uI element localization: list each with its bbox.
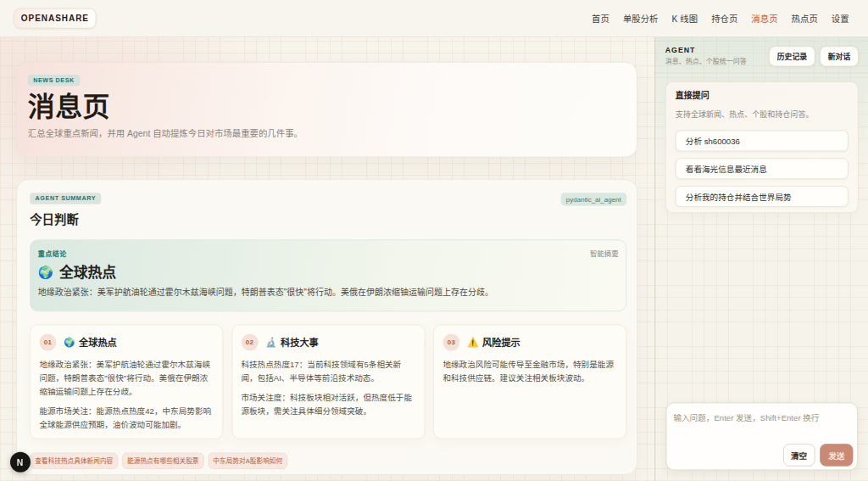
composer-input[interactable] bbox=[673, 410, 854, 444]
agent-tag-badge: pydantic_ai_agent bbox=[560, 193, 626, 205]
globe-icon: 🌍 bbox=[38, 266, 53, 278]
section-heading: 今日判断 bbox=[30, 214, 626, 226]
nav-item-settings[interactable]: 设置 bbox=[832, 12, 849, 25]
ask-card: 直接提问 支持全球新闻、热点、个股和持仓问答。 分析 sh600036 看看海光… bbox=[665, 81, 859, 213]
ask-card-description: 支持全球新闻、热点、个股和持仓问答。 bbox=[676, 110, 849, 118]
insight-card-title: 科技大事 bbox=[281, 335, 319, 349]
card-paragraph: 地缘政治紧张：美军护航油轮通过霍尔木兹海峡问题，特朗普表态"很快"将行动。美俄在… bbox=[39, 357, 214, 398]
insight-card-header: 02 🔬 科技大事 bbox=[241, 333, 415, 350]
follow-up-pill[interactable]: 中东局势对A股影响如何 bbox=[208, 453, 287, 469]
brand-logo[interactable]: OPENASHARE bbox=[14, 8, 97, 29]
composer: 清空 发送 bbox=[666, 403, 858, 471]
agent-summary-card: AGENT SUMMARY pydantic_ai_agent 今日判断 重点结… bbox=[16, 179, 637, 474]
nav-item-stock-analysis[interactable]: 单股分析 bbox=[623, 12, 659, 25]
agent-panel-heading: AGENT 消息、热点、个股统一问答 bbox=[665, 44, 747, 65]
highlight-meta: 智能摘要 bbox=[590, 250, 619, 257]
insight-card-body: 地缘政治紧张：美军护航油轮通过霍尔木兹海峡问题，特朗普表态"很快"将行动。美俄在… bbox=[39, 357, 214, 431]
agent-panel-subtitle: 消息、热点、个股统一问答 bbox=[665, 59, 747, 65]
insight-card-tech: 02 🔬 科技大事 科技热点热度17：当前科技领域有5条相关新闻，包括AI、半导… bbox=[231, 325, 425, 439]
page-layout: NEWS DESK 消息页 汇总全球重点新闻，并用 Agent 自动提炼今日对市… bbox=[0, 37, 868, 481]
nav-item-kline[interactable]: K 线图 bbox=[672, 12, 698, 25]
send-button[interactable]: 发送 bbox=[820, 444, 853, 466]
ask-card-title: 直接提问 bbox=[676, 92, 849, 100]
highlight-title-row: 🌍 全球热点 bbox=[38, 266, 619, 280]
card-number-badge: 01 bbox=[39, 333, 56, 350]
agent-summary-header: AGENT SUMMARY pydantic_ai_agent bbox=[30, 193, 626, 205]
news-desk-badge: NEWS DESK bbox=[28, 75, 80, 87]
insight-card-header: 03 ⚠️ 风险提示 bbox=[442, 333, 617, 350]
agent-panel-actions: 历史记录 新对话 bbox=[769, 46, 859, 66]
ask-suggestion-button[interactable]: 看看海光信息最近消息 bbox=[676, 158, 849, 179]
agent-panel-title: AGENT bbox=[665, 46, 747, 53]
nav-item-positions[interactable]: 持仓页 bbox=[711, 12, 737, 25]
agent-summary-badge: AGENT SUMMARY bbox=[30, 193, 101, 204]
follow-up-pills-row: 查看科技热点具体新闻内容 能源热点有哪些相关股票 中东局势对A股影响如何 bbox=[30, 453, 626, 469]
insight-card-title: 风险提示 bbox=[482, 335, 520, 349]
nav-item-home[interactable]: 首页 bbox=[592, 12, 609, 25]
insight-card-body: 地缘政治风险可能传导至金融市场，特别是能源和科技供应链。建议关注相关板块波动。 bbox=[442, 357, 617, 384]
card-paragraph: 市场关注度：科技板块相对活跃，但热度低于能源板块，需关注具体细分领域突破。 bbox=[241, 391, 415, 418]
highlight-body: 地缘政治紧张：美军护航油轮通过霍尔木兹海峡问题，特朗普表态"很快"将行动。美俄在… bbox=[38, 288, 619, 298]
ask-suggestion-button[interactable]: 分析 sh600036 bbox=[676, 130, 849, 151]
nav-item-news[interactable]: 消息页 bbox=[751, 12, 777, 25]
top-bar: OPENASHARE 首页 单股分析 K 线图 持仓页 消息页 热点页 设置 bbox=[0, 0, 868, 37]
insight-card-title-row: ⚠️ 风险提示 bbox=[467, 335, 520, 349]
history-button[interactable]: 历史记录 bbox=[769, 46, 815, 66]
composer-actions: 清空 发送 bbox=[673, 444, 854, 466]
news-hero-card: NEWS DESK 消息页 汇总全球重点新闻，并用 Agent 自动提炼今日对市… bbox=[16, 62, 637, 158]
nav-item-hotspots[interactable]: 热点页 bbox=[792, 12, 818, 25]
card-paragraph: 地缘政治风险可能传导至金融市场，特别是能源和科技供应链。建议关注相关板块波动。 bbox=[442, 357, 617, 384]
insight-card-risk: 03 ⚠️ 风险提示 地缘政治风险可能传导至金融市场，特别是能源和科技供应链。建… bbox=[433, 325, 626, 439]
app-root: OPENASHARE 首页 单股分析 K 线图 持仓页 消息页 热点页 设置 N… bbox=[0, 0, 868, 481]
nextjs-dev-button[interactable]: N bbox=[10, 452, 31, 473]
highlight-panel: 重点结论 智能摘要 🌍 全球热点 地缘政治紧张：美军护航油轮通过霍尔木兹海峡问题… bbox=[30, 240, 626, 312]
insight-card-body: 科技热点热度17：当前科技领域有5条相关新闻，包括AI、半导体等前沿技术动态。 … bbox=[241, 357, 415, 417]
card-number-badge: 02 bbox=[241, 333, 258, 350]
highlight-title: 全球热点 bbox=[59, 266, 116, 280]
ask-suggestion-button[interactable]: 分析我的持仓并结合世界局势 bbox=[676, 186, 849, 207]
main-content: NEWS DESK 消息页 汇总全球重点新闻，并用 Agent 自动提炼今日对市… bbox=[0, 37, 654, 481]
follow-up-pill[interactable]: 查看科技热点具体新闻内容 bbox=[30, 453, 118, 469]
warning-icon: ⚠️ bbox=[467, 338, 478, 346]
card-paragraph: 能源市场关注：能源热点热度42，中东局势影响全球能源供应预期，油价波动可能加剧。 bbox=[39, 405, 214, 432]
card-paragraph: 科技热点热度17：当前科技领域有5条相关新闻，包括AI、半导体等前沿技术动态。 bbox=[241, 357, 415, 384]
insight-card-header: 01 🌍 全球热点 bbox=[39, 333, 214, 350]
new-chat-button[interactable]: 新对话 bbox=[820, 46, 859, 66]
page-title: 消息页 bbox=[28, 92, 626, 120]
microscope-icon: 🔬 bbox=[265, 338, 276, 346]
agent-panel: AGENT 消息、热点、个股统一问答 历史记录 新对话 直接提问 支持全球新闻、… bbox=[654, 37, 868, 481]
insight-card-title-row: 🌍 全球热点 bbox=[64, 335, 117, 349]
highlight-label: 重点结论 bbox=[38, 250, 67, 257]
page-subtitle: 汇总全球重点新闻，并用 Agent 自动提炼今日对市场最重要的几件事。 bbox=[28, 129, 626, 137]
insight-cards-row: 01 🌍 全球热点 地缘政治紧张：美军护航油轮通过霍尔木兹海峡问题，特朗普表态"… bbox=[30, 325, 626, 439]
card-number-badge: 03 bbox=[442, 333, 459, 350]
insight-card-title-row: 🔬 科技大事 bbox=[265, 335, 319, 349]
main-nav: 首页 单股分析 K 线图 持仓页 消息页 热点页 设置 bbox=[592, 12, 849, 25]
follow-up-pill[interactable]: 能源热点有哪些相关股票 bbox=[122, 453, 203, 469]
insight-card-title: 全球热点 bbox=[79, 335, 117, 349]
highlight-panel-header: 重点结论 智能摘要 bbox=[38, 250, 619, 258]
globe-icon: 🌍 bbox=[64, 338, 75, 346]
clear-button[interactable]: 清空 bbox=[783, 444, 815, 466]
agent-panel-header: AGENT 消息、热点、个股统一问答 历史记录 新对话 bbox=[655, 37, 868, 73]
insight-card-global: 01 🌍 全球热点 地缘政治紧张：美军护航油轮通过霍尔木兹海峡问题，特朗普表态"… bbox=[30, 325, 223, 439]
